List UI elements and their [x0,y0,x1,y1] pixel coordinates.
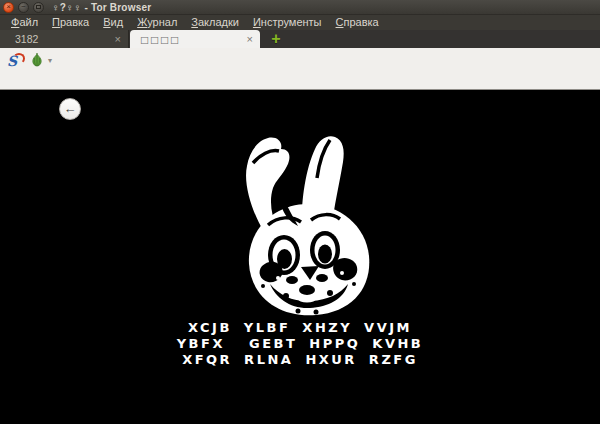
torbutton[interactable]: ▾ [29,52,59,69]
cipher-line-1: XCJB YLBF XHZY VVJM [0,320,600,336]
tab-bar: 3182 × □□□□ × + [0,30,600,48]
back-button[interactable]: ← [59,98,81,120]
window-title: ♀?♀♀ - Tor Browser [52,2,151,13]
window-maximize-button[interactable] [33,2,44,13]
onion-icon [29,52,45,69]
menu-bookmarks[interactable]: Закладки [184,15,246,30]
tab-close-icon[interactable]: × [115,34,121,45]
page-content: XCJB YLBF XHZY VVJM YBFX GEBT HPPQ KVHB … [0,91,600,424]
navigation-toolbar: S ▾ ← i fh63ozjoouyh7iuu.onion/w.rabb1t/… [0,48,600,74]
noscript-button[interactable]: S [7,52,24,69]
window-close-button[interactable]: × [3,2,14,13]
menu-tools[interactable]: Инструменты [246,15,329,30]
menu-file[interactable]: Файл [4,15,45,30]
bookmarks-bar [0,74,600,90]
menu-edit[interactable]: Правка [45,15,96,30]
menubar: Файл Правка Вид Журнал Закладки Инструме… [0,15,600,30]
menu-help[interactable]: Справка [329,15,386,30]
tab-close-icon[interactable]: × [247,34,253,45]
dropdown-caret-icon: ▾ [48,56,52,65]
missing-glyph-tab-title: □□□□ [140,34,180,45]
window-minimize-button[interactable]: − [18,2,29,13]
cipher-line-2: YBFX GEBT HPPQ KVHB [0,336,600,352]
menu-history[interactable]: Журнал [130,15,184,30]
new-tab-button[interactable]: + [266,30,286,48]
cipher-line-3: XFQR RLNA HXUR RZFG [0,352,600,368]
noscript-icon: S [7,53,17,69]
menu-view[interactable]: Вид [96,15,130,30]
maximize-icon [36,5,41,9]
tor-browser-window: × − ♀?♀♀ - Tor Browser Файл Правка Вид Ж… [0,0,600,424]
tab-3182[interactable]: 3182 × [0,30,129,48]
tab-active[interactable]: □□□□ × [130,30,260,48]
rabbit-image [218,128,398,318]
tab-label: 3182 [15,33,38,45]
titlebar: × − ♀?♀♀ - Tor Browser [0,0,600,15]
cipher-text: XCJB YLBF XHZY VVJM YBFX GEBT HPPQ KVHB … [0,320,600,368]
